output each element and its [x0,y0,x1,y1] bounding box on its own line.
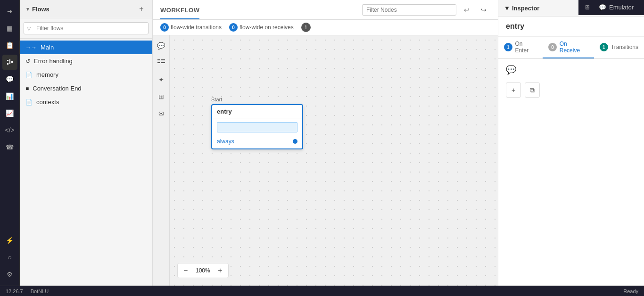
tab-on-enter[interactable]: 1 On Enter [498,37,543,58]
inspector-collapse-arrow[interactable]: ▼ [504,5,510,12]
transitions-count-badge: 0 [160,23,169,32]
main-flow-icon: →→ [25,44,37,51]
icon-bar-analytics[interactable]: 📈 [2,106,17,121]
sidebar-item-main[interactable]: →→ Main [20,41,152,54]
on-receives-count-badge: 0 [229,23,238,32]
icon-bar: ⇥ ▦ 📋 💬 📊 📈 </> ☎ ⚡ ○ ⚙ [0,0,20,286]
sidebar-item-error-label: Error handling [34,58,73,65]
node-body [212,118,302,136]
transitions-bar: 0 flow-wide transitions 0 flow-wide on r… [153,20,498,35]
emulator-chat-icon: 💬 [599,4,606,11]
flow-wide-on-receives[interactable]: 0 flow-wide on receives [229,23,294,32]
version-label: 12.26.7 [6,288,23,294]
svg-rect-1 [161,59,165,60]
sidebar-item-memory-label: memory [36,71,58,78]
memory-icon: 📄 [25,72,33,78]
icon-bar-chart[interactable]: 📊 [2,89,17,104]
canvas-sidebar-tools: 💬 ✦ ⊞ ✉ [153,35,170,286]
sidebar-search-container: ▽ [20,18,152,39]
sidebar-item-conversation-end[interactable]: ■ Conversation End [20,82,152,95]
tab-on-receive-label: On Receive [560,41,588,54]
sidebar: ▼ Flows + ▽ →→ Main ↺ Error handling 📄 m… [20,0,153,286]
transitions-label: flow-wide transitions [171,24,222,31]
icon-bar-chat[interactable]: 💬 [2,72,17,87]
conversation-end-icon: ■ [25,85,29,92]
icon-bar-grid[interactable]: ▦ [2,21,17,36]
sidebar-title-group: ▼ Flows [25,6,50,13]
search-wrap: ▽ [24,22,149,34]
sidebar-item-memory[interactable]: 📄 memory [20,68,152,82]
node-input-field[interactable] [217,122,297,132]
redo-button[interactable]: ↪ [477,3,490,16]
icon-bar-phone[interactable]: ☎ [2,140,17,155]
icon-bar-settings[interactable]: ⚙ [2,267,17,282]
canvas-tool-mail[interactable]: ✉ [155,107,168,120]
sidebar-title: Flows [32,6,50,13]
node-start-container: Start entry always [211,97,303,149]
copy-action-button[interactable]: ⧉ [525,82,540,98]
icon-bar-file[interactable]: 📋 [2,38,17,53]
zoom-level: 100% [193,267,212,274]
svg-rect-0 [157,59,160,60]
warning-icon[interactable]: 1 [301,23,311,32]
on-receive-badge: 0 [548,43,557,51]
transitions-badge: 1 [600,43,608,51]
sidebar-item-conversation-end-label: Conversation End [33,85,81,92]
error-handling-icon: ↺ [25,58,30,65]
zoom-controls: − 100% + [177,263,229,278]
canvas-tool-columns[interactable]: ⊞ [155,90,168,103]
canvas-tool-chat[interactable]: 💬 [155,39,168,52]
start-label: Start [211,97,303,102]
monitor-icon: 🖥 [584,4,590,11]
emulator-button[interactable]: 💬 Emulator [594,2,638,13]
canvas[interactable]: Start entry always − 1 [170,35,498,286]
add-flow-button[interactable]: + [136,4,147,14]
canvas-tool-list[interactable] [155,56,168,69]
filter-flows-input[interactable] [24,22,149,34]
node-header: entry [212,105,302,118]
sidebar-collapse-arrow[interactable]: ▼ [25,7,30,12]
inspector-node-title: entry [498,16,644,37]
contexts-icon: 📄 [25,99,33,106]
sidebar-nav: →→ Main ↺ Error handling 📄 memory ■ Conv… [20,39,152,286]
icon-bar-integration[interactable]: ⚡ [2,233,17,248]
undo-button[interactable]: ↩ [460,3,473,16]
icon-bar-code[interactable]: </> [2,123,17,138]
svg-rect-2 [157,62,160,63]
filter-nodes-input[interactable] [362,4,456,16]
canvas-tool-magic[interactable]: ✦ [155,73,168,86]
entry-node[interactable]: entry always [211,104,303,149]
filter-icon: ▽ [27,25,31,32]
status-ready: Ready [623,288,638,294]
inspector-panel: ▼ Inspector × entry 1 On Enter 0 On Rece… [498,0,644,286]
emulator-label: Emulator [609,4,634,11]
icon-bar-circle[interactable]: ○ [2,250,17,265]
on-receives-label: flow-wide on receives [239,24,294,31]
add-action-button[interactable]: + [506,82,521,98]
svg-rect-3 [161,62,165,63]
inspector-actions: + ⧉ [506,82,636,98]
sidebar-item-contexts[interactable]: 📄 contexts [20,95,152,109]
main-content: WORKFLOW ↩ ↪ 0 flow-wide transitions 0 f… [153,0,498,286]
top-right-bar: 🖥 💬 Emulator [578,0,644,15]
inspector-tabs: 1 On Enter 0 On Receive 1 Transitions [498,37,644,59]
flow-wide-transitions[interactable]: 0 flow-wide transitions [160,23,222,32]
inspector-title-group: ▼ Inspector [504,5,539,12]
tab-transitions[interactable]: 1 Transitions [594,37,644,58]
tab-on-receive[interactable]: 0 On Receive [543,37,594,58]
on-enter-badge: 1 [504,43,512,51]
icon-bar-share[interactable]: ⇥ [2,4,17,19]
zoom-in-button[interactable]: + [216,265,224,276]
status-bar: 12.26.7 BotNLU Ready [0,286,644,296]
sidebar-header: ▼ Flows + [20,0,152,18]
always-label: always [217,138,234,145]
icon-bar-flows[interactable] [2,55,17,70]
node-connection-dot[interactable] [293,139,297,144]
workflow-title: WORKFLOW [160,1,199,19]
zoom-out-button[interactable]: − [182,265,190,276]
comment-icon: 💬 [506,65,636,75]
inspector-title: Inspector [512,5,540,12]
sidebar-item-error-handling[interactable]: ↺ Error handling [20,54,152,68]
workflow-header: WORKFLOW ↩ ↪ [153,0,498,20]
tab-on-enter-label: On Enter [515,41,537,54]
